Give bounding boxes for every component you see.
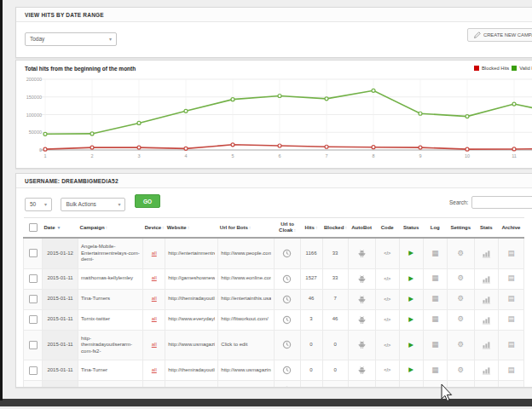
gear-icon[interactable]: ⚙ xyxy=(457,295,464,302)
status-play-icon[interactable]: ▶ xyxy=(408,275,413,282)
code-icon[interactable]: </> xyxy=(384,296,390,302)
device-link[interactable]: all xyxy=(152,251,157,256)
clock-icon[interactable] xyxy=(282,340,292,349)
android-robot-icon[interactable] xyxy=(357,340,367,349)
log-grid-icon[interactable]: ▦ xyxy=(431,366,438,373)
clock-icon[interactable] xyxy=(282,295,292,304)
log-grid-icon[interactable]: ▦ xyxy=(431,295,438,302)
log-grid-icon[interactable]: ▦ xyxy=(431,315,438,322)
cell-url-to-cloak xyxy=(275,360,300,381)
url-for-bots-link[interactable]: Click to edit xyxy=(221,342,271,349)
device-link[interactable]: all xyxy=(152,296,157,301)
column-header-url-to-cloak[interactable]: Url to Cloak↕ xyxy=(275,218,300,239)
android-robot-icon[interactable] xyxy=(357,315,367,325)
bar-chart-icon[interactable] xyxy=(482,315,491,325)
row-checkbox[interactable] xyxy=(29,274,38,283)
url-for-bots-link[interactable]: http://www.eonline.com/n... xyxy=(221,275,271,282)
archive-icon[interactable]: ▤ xyxy=(507,250,514,256)
code-icon[interactable]: </> xyxy=(384,316,390,323)
code-icon[interactable]: </> xyxy=(384,275,390,282)
status-play-icon[interactable]: ▶ xyxy=(408,250,413,256)
row-checkbox[interactable] xyxy=(29,341,38,349)
archive-icon[interactable]: ▤ xyxy=(507,366,514,373)
clock-icon[interactable] xyxy=(282,366,292,375)
gear-icon[interactable]: ⚙ xyxy=(457,315,464,322)
device-link[interactable]: all xyxy=(152,342,157,347)
android-robot-icon[interactable] xyxy=(357,386,367,388)
status-play-icon[interactable]: ▶ xyxy=(408,316,413,323)
column-header-device[interactable]: Device↕ xyxy=(143,218,165,239)
device-link[interactable]: all xyxy=(152,367,157,372)
android-robot-icon[interactable] xyxy=(357,295,367,304)
search-input[interactable] xyxy=(471,196,532,209)
select-all-checkbox[interactable] xyxy=(29,223,38,232)
archive-icon[interactable]: ▤ xyxy=(507,387,514,388)
website-link[interactable]: http://www.everydayfitnes... xyxy=(168,316,215,323)
column-header-campaign[interactable]: Campaign↕ xyxy=(78,218,143,239)
log-grid-icon[interactable]: ▦ xyxy=(431,387,438,388)
archive-icon[interactable]: ▤ xyxy=(507,295,514,302)
create-campaign-button[interactable]: CREATE NEW CAMPAIGN xyxy=(467,28,532,42)
bulk-actions-select[interactable]: Bulk Actions ▾ xyxy=(61,198,125,211)
cell-hits: 1166 xyxy=(300,238,322,268)
website-link[interactable]: http://gameshownews.net xyxy=(168,275,215,282)
column-header-website[interactable]: Website↕ xyxy=(165,218,218,239)
bar-chart-icon[interactable] xyxy=(482,295,491,304)
page-size-select[interactable]: 50 ▾ xyxy=(25,198,52,211)
gear-icon[interactable]: ⚙ xyxy=(457,274,464,281)
website-link[interactable]: http://entertainmentrelays... xyxy=(168,251,215,257)
table-row: 2015-01-11 Tina-Turner all http://themir… xyxy=(24,360,524,381)
column-header-blocked[interactable]: Blocked↕ xyxy=(322,218,348,239)
archive-icon[interactable]: ▤ xyxy=(507,315,514,322)
bar-chart-icon[interactable] xyxy=(482,366,491,375)
clock-icon[interactable] xyxy=(282,249,292,258)
code-icon[interactable]: </> xyxy=(384,342,390,349)
gear-icon[interactable]: ⚙ xyxy=(457,250,464,256)
url-for-bots-link[interactable]: http://www.people.com/ar... xyxy=(221,251,271,257)
bar-chart-icon[interactable] xyxy=(482,274,491,284)
status-play-icon[interactable]: ▶ xyxy=(408,296,413,302)
gear-icon[interactable]: ⚙ xyxy=(457,341,464,348)
gear-icon[interactable]: ⚙ xyxy=(457,387,464,388)
row-checkbox[interactable] xyxy=(29,387,38,389)
date-range-select[interactable]: Today ▾ xyxy=(25,32,117,46)
clock-icon[interactable] xyxy=(282,274,292,284)
device-link[interactable]: all xyxy=(152,316,157,321)
bar-chart-icon[interactable] xyxy=(482,249,491,258)
url-for-bots-link[interactable]: http://fitworkout.com/ xyxy=(221,316,271,323)
status-play-icon[interactable]: ▶ xyxy=(408,387,413,388)
website-link[interactable]: http://www.usmagazine.c... xyxy=(168,342,215,349)
row-checkbox[interactable] xyxy=(29,315,38,324)
bar-chart-icon[interactable] xyxy=(482,340,491,349)
gear-icon[interactable]: ⚙ xyxy=(457,366,464,373)
bar-chart-icon[interactable] xyxy=(482,386,491,388)
status-play-icon[interactable]: ▶ xyxy=(408,366,413,373)
archive-icon[interactable]: ▤ xyxy=(507,274,514,281)
column-header-hits[interactable]: Hits↕ xyxy=(300,218,322,239)
android-robot-icon[interactable] xyxy=(357,366,367,375)
archive-icon[interactable]: ▤ xyxy=(507,341,514,348)
row-checkbox[interactable] xyxy=(29,366,38,375)
row-checkbox[interactable] xyxy=(29,249,38,257)
android-robot-icon[interactable] xyxy=(357,274,367,284)
clock-icon[interactable] xyxy=(282,386,292,388)
status-play-icon[interactable]: ▶ xyxy=(408,342,413,349)
clock-icon[interactable] xyxy=(282,315,292,325)
code-icon[interactable]: </> xyxy=(384,387,390,388)
log-grid-icon[interactable]: ▦ xyxy=(431,274,438,281)
column-header-url-for-bots[interactable]: Url for Bots↕ xyxy=(218,218,275,239)
go-button[interactable]: GO xyxy=(135,194,160,208)
column-header-date[interactable]: Date▼ xyxy=(43,218,78,239)
log-grid-icon[interactable]: ▦ xyxy=(431,250,438,256)
cell-checkbox xyxy=(24,330,43,360)
device-link[interactable]: all xyxy=(152,275,157,280)
website-link[interactable]: http://themiradayoutlser... xyxy=(168,296,215,302)
code-icon[interactable]: </> xyxy=(384,250,390,256)
row-checkbox[interactable] xyxy=(29,295,38,303)
url-for-bots-link[interactable]: http://www.usmagazine.c... xyxy=(221,367,271,374)
website-link[interactable]: http://themiradayoutlser... xyxy=(168,367,215,374)
url-for-bots-link[interactable]: http://entertainthis.usatod... xyxy=(221,296,271,302)
code-icon[interactable]: </> xyxy=(384,366,390,373)
android-robot-icon[interactable] xyxy=(357,249,367,258)
log-grid-icon[interactable]: ▦ xyxy=(431,341,438,348)
